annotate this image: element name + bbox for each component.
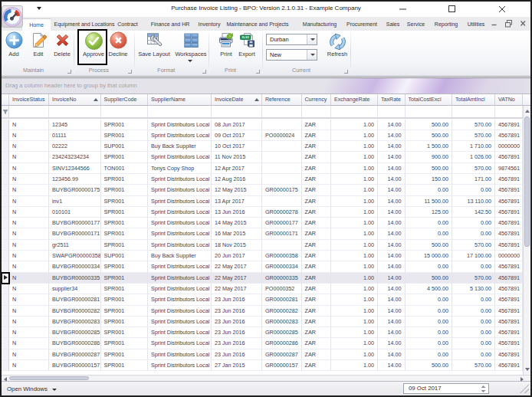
svg-text:XLSX: XLSX (241, 36, 249, 39)
